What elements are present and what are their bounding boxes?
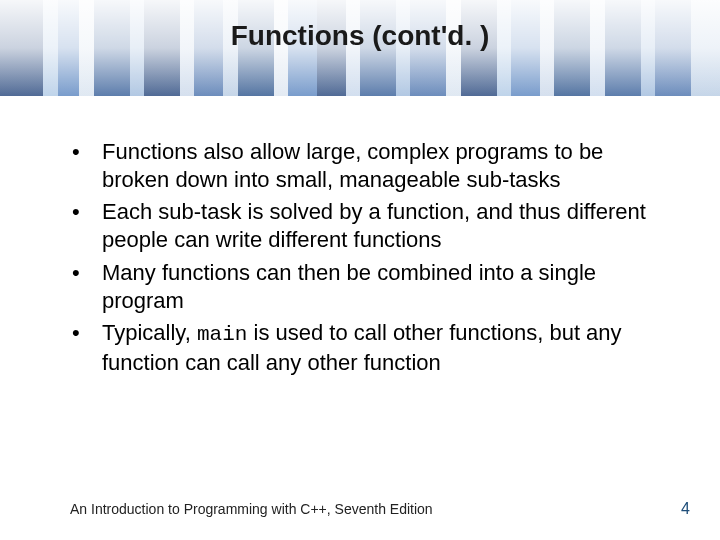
bullet-icon: • [70, 198, 102, 226]
slide-title: Functions (cont'd. ) [0, 20, 720, 52]
bullet-item: • Typically, main is used to call other … [70, 319, 655, 377]
bullet-icon: • [70, 138, 102, 166]
bullet-text: Many functions can then be combined into… [102, 259, 655, 315]
text-run: Typically, [102, 320, 197, 345]
bullet-icon: • [70, 259, 102, 287]
bullet-item: • Many functions can then be combined in… [70, 259, 655, 315]
page-number: 4 [681, 500, 690, 518]
bullet-text: Functions also allow large, complex prog… [102, 138, 655, 194]
bullet-item: • Functions also allow large, complex pr… [70, 138, 655, 194]
footer-text: An Introduction to Programming with C++,… [70, 501, 433, 517]
slide-footer: An Introduction to Programming with C++,… [70, 500, 690, 518]
bullet-icon: • [70, 319, 102, 347]
bullet-text: Typically, main is used to call other fu… [102, 319, 655, 377]
slide-body: • Functions also allow large, complex pr… [70, 138, 655, 381]
bullet-text: Each sub-task is solved by a function, a… [102, 198, 655, 254]
code-run: main [197, 323, 247, 346]
bullet-item: • Each sub-task is solved by a function,… [70, 198, 655, 254]
